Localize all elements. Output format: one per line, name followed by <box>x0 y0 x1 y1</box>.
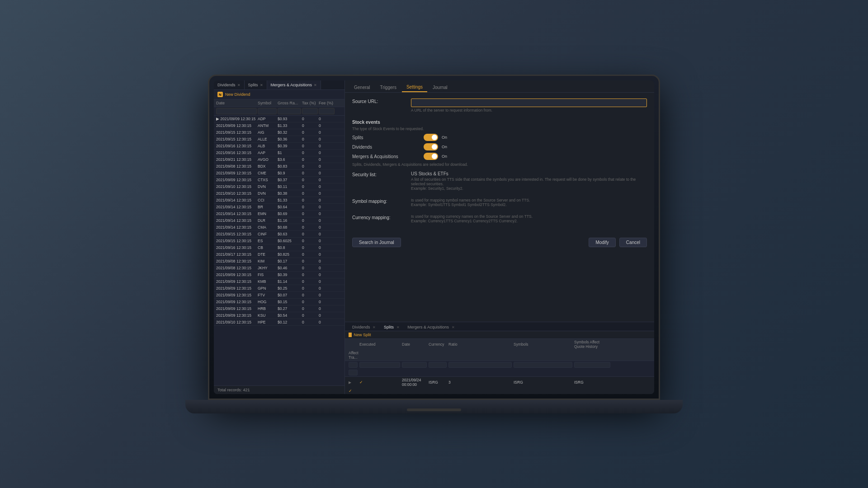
filter-date[interactable] <box>402 362 427 368</box>
row-gross: $0.46 <box>278 266 301 270</box>
filter-date[interactable] <box>216 108 257 114</box>
table-row[interactable]: 2021/09/10 12:30:15 DVN $0.11 0 0 <box>214 183 344 190</box>
table-row[interactable]: 2021/09/15 12:30:15 ES $0.6025 0 0 <box>214 238 344 244</box>
table-row[interactable]: 2021/09/09 12:30:15 HRB $0.27 0 0 <box>214 305 344 312</box>
table-row[interactable]: 2021/09/09 12:30:15 KMB $1.14 0 0 <box>214 278 344 285</box>
filter-exec-icon[interactable] <box>349 362 358 368</box>
bottom-tab-splits-close[interactable]: ✕ <box>396 325 400 329</box>
table-row[interactable]: 2021/09/09 12:30:15 CME $0.9 0 0 <box>214 170 344 177</box>
table-row[interactable]: 2021/09/16 12:30:15 AAP $1 0 0 <box>214 150 344 156</box>
table-row[interactable]: 2021/09/14 12:30:15 DLR $1.16 0 0 <box>214 217 344 224</box>
table-row[interactable]: 2021/09/16 12:30:15 ALB $0.39 0 0 <box>214 143 344 150</box>
row-symbols: ISRG <box>514 380 572 385</box>
table-row[interactable]: 2021/09/09 12:30:15 HOG $0.15 0 0 <box>214 299 344 305</box>
tab-triggers[interactable]: Triggers <box>376 83 401 92</box>
table-row[interactable]: 2021/09/09 12:30:15 FTV $0.07 0 0 <box>214 292 344 299</box>
row-symbol: HOG <box>258 300 277 304</box>
row-gross: $0.8 <box>278 245 301 250</box>
tab-dividends-close[interactable]: ✕ <box>237 83 241 87</box>
row-fee: 0 <box>319 157 335 162</box>
new-dividend-bar[interactable]: N New Dividend <box>214 90 344 99</box>
tab-mergers-close[interactable]: ✕ <box>314 83 317 87</box>
new-split-bar[interactable]: N New Split <box>345 331 654 339</box>
table-row[interactable]: 2021/09/21 12:30:15 AVGO $3.6 0 0 <box>214 156 344 163</box>
tab-general[interactable]: General <box>349 83 375 92</box>
row-fee: 0 <box>319 218 335 223</box>
bottom-tab-dividends[interactable]: Dividends ✕ <box>349 324 379 331</box>
new-split-icon: N <box>349 333 352 337</box>
tab-mergers[interactable]: Mergers & Acquisitions ✕ <box>267 80 321 89</box>
tab-splits[interactable]: Splits ✕ <box>245 80 267 89</box>
toggle-mergers-switch[interactable] <box>424 153 438 160</box>
modify-button[interactable]: Modify <box>589 238 615 247</box>
source-url-input[interactable] <box>411 99 647 107</box>
bottom-tab-mergers[interactable]: Mergers & Acquisitions ✕ <box>404 324 458 331</box>
tab-splits-close[interactable]: ✕ <box>260 83 263 87</box>
toggle-splits-row: Splits On <box>352 134 647 141</box>
tab-dividends[interactable]: Dividends ✕ <box>214 80 245 89</box>
filter-ratio[interactable] <box>448 362 512 368</box>
row-tax: 0 <box>302 130 318 135</box>
row-gross: $0.93 <box>278 117 301 121</box>
table-row[interactable]: 2021/09/08 12:30:15 JKHY $0.46 0 0 <box>214 265 344 272</box>
row-symbol: AAP <box>258 150 277 155</box>
symbol-mapping-desc: Is used for mapping symbol names on the … <box>411 198 530 207</box>
row-fee: 0 <box>319 144 335 148</box>
filter-currency[interactable] <box>429 362 447 368</box>
table-row[interactable]: 2021/09/14 12:30:15 EMN $0.69 0 0 <box>214 211 344 217</box>
row-gross: $1.16 <box>278 218 301 223</box>
row-date: 2021/09/09 12:30:15 <box>216 286 257 291</box>
filter-symbol[interactable] <box>258 108 277 114</box>
source-url-control: A URL of the server to request informati… <box>411 98 647 113</box>
row-gross: $0.6025 <box>278 239 301 243</box>
filter-tax[interactable] <box>302 108 318 114</box>
table-row[interactable]: 2021/09/09 12:30:15 CTXS $0.37 0 0 <box>214 177 344 183</box>
table-row[interactable]: 2021/09/14 12:30:15 CMA $0.68 0 0 <box>214 224 344 231</box>
toggle-dividends-row: Dividends On <box>352 143 647 150</box>
row-tax: 0 <box>302 150 318 155</box>
row-gross: $0.27 <box>278 306 301 311</box>
filter-symbols-history[interactable] <box>574 362 610 368</box>
col-date: Date <box>402 342 427 347</box>
row-symbol: KMB <box>258 279 277 284</box>
search-journal-button[interactable]: Search in Journal <box>352 238 401 247</box>
toggle-splits-switch[interactable] <box>424 134 438 141</box>
table-row[interactable]: 2021/09/17 12:30:15 DTE $0.825 0 0 <box>214 251 344 258</box>
filter-gross[interactable] <box>278 108 301 114</box>
filter-fee[interactable] <box>319 108 335 114</box>
table-row[interactable]: 2021/09/09 12:30:15 ANTM $1.33 0 0 <box>214 122 344 129</box>
table-row[interactable]: 2021/09/16 12:30:15 CB $0.8 0 0 <box>214 244 344 251</box>
currency-mapping-desc: Is used for mapping currency names on th… <box>411 214 533 223</box>
table-row[interactable]: 2021/09/14 12:30:15 BR $0.64 0 0 <box>214 204 344 211</box>
table-row[interactable]: 2021/09/09 12:30:15 GPN $0.25 0 0 <box>214 285 344 292</box>
filter-symbols[interactable] <box>514 362 572 368</box>
table-row[interactable]: 2021/09/15 12:30:15 CINF $0.63 0 0 <box>214 231 344 238</box>
table-row[interactable]: 2021/09/15 12:30:15 ALLE $0.36 0 0 <box>214 136 344 143</box>
row-tax: 0 <box>302 279 318 284</box>
splits-table-row[interactable]: ▶ ✓ 2021/09/24 00:00:00 ISRG 3 ISRG ISRG… <box>345 377 654 394</box>
cancel-button[interactable]: Cancel <box>619 238 647 247</box>
table-row[interactable]: 2021/09/14 12:30:15 CCI $1.33 0 0 <box>214 197 344 204</box>
row-tax: 0 <box>302 164 318 169</box>
row-fee: 0 <box>319 164 335 169</box>
tab-settings[interactable]: Settings <box>402 83 427 92</box>
table-row[interactable]: 2021/09/08 12:30:15 BDX $0.83 0 0 <box>214 163 344 170</box>
row-fee: 0 <box>319 184 335 189</box>
bottom-tab-dividends-close[interactable]: ✕ <box>373 325 376 329</box>
toggle-dividends-switch[interactable] <box>424 143 438 150</box>
table-row[interactable]: 2021/09/09 12:30:15 KSU $0.54 0 0 <box>214 312 344 319</box>
table-row[interactable]: 2021/09/09 12:30:15 FIS $0.39 0 0 <box>214 272 344 278</box>
table-row[interactable]: 2021/09/10 12:30:15 HPE $0.12 0 0 <box>214 319 344 326</box>
tab-journal[interactable]: Journal <box>428 83 452 92</box>
table-row[interactable]: ▶ 2021/09/09 12:30:15 ADP $0.93 0 0 <box>214 116 344 122</box>
bottom-tab-mergers-close[interactable]: ✕ <box>452 325 455 329</box>
table-row[interactable]: 2021/09/10 12:30:15 DVN $0.38 0 0 <box>214 190 344 197</box>
row-date: 2021/09/08 12:30:15 <box>216 259 257 263</box>
table-row[interactable]: 2021/09/15 12:30:15 AIG $0.32 0 0 <box>214 129 344 136</box>
table-row[interactable]: 2021/09/08 12:30:15 KIM $0.17 0 0 <box>214 258 344 265</box>
col-affect-tra: Affect Tra... <box>349 351 358 360</box>
filter-affect[interactable] <box>349 370 358 375</box>
filter-exec[interactable] <box>359 362 400 368</box>
bottom-tab-splits[interactable]: Splits ✕ <box>380 324 403 331</box>
row-symbol: KSU <box>258 313 277 318</box>
